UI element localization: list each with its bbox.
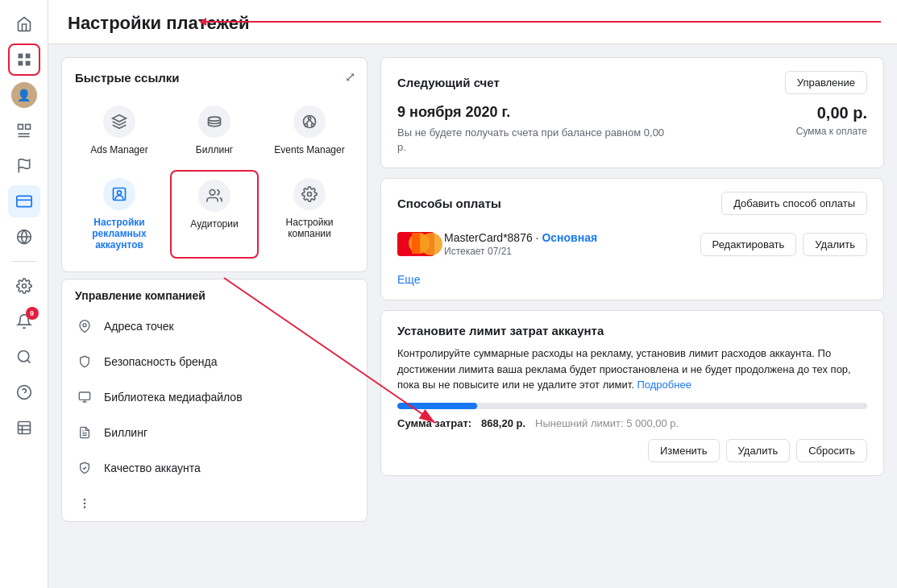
payment-methods-card: Способы оплаты Добавить способ оплаты Ma… xyxy=(380,178,884,300)
company-settings-icon xyxy=(293,178,326,210)
next-bill-card: Следующий счет Управление 9 ноября 2020 … xyxy=(380,57,884,168)
sidebar-icon-gear[interactable] xyxy=(8,270,40,302)
more-link[interactable]: Еще xyxy=(397,273,421,286)
menu-item-locations[interactable]: Адреса точек xyxy=(62,308,367,344)
audiences-label: Аудитории xyxy=(190,218,238,230)
delete-card-button[interactable]: Удалить xyxy=(803,233,867,256)
current-limit: Нынешний лимит: 5 000,00 р. xyxy=(535,417,679,429)
next-bill-date: 9 ноября 2020 г. xyxy=(397,104,671,121)
svg-rect-4 xyxy=(18,125,23,130)
sidebar-icon-bell[interactable]: 9 xyxy=(8,305,40,337)
svg-line-27 xyxy=(306,120,309,124)
svg-point-39 xyxy=(84,503,85,503)
svg-point-40 xyxy=(84,499,85,500)
media-library-label: Библиотека медиафайлов xyxy=(104,391,243,404)
quick-link-ads-manager[interactable]: Ads Manager xyxy=(75,97,164,164)
sidebar-icon-home[interactable] xyxy=(8,8,40,40)
change-limit-button[interactable]: Изменить xyxy=(648,439,720,462)
left-sidebar: 👤 9 xyxy=(0,0,48,588)
payment-info: MasterCard*8876 · Основная Истекает 07/2… xyxy=(444,231,691,257)
arrow-head-left xyxy=(199,18,206,26)
learn-more-link[interactable]: Подробнее xyxy=(637,379,691,391)
manage-button[interactable]: Управление xyxy=(785,71,867,94)
quick-links-title: Быстрые ссылки xyxy=(75,71,354,85)
sidebar-icon-table[interactable] xyxy=(8,412,40,444)
delete-limit-button[interactable]: Удалить xyxy=(726,439,791,462)
sidebar-icon-flag[interactable] xyxy=(8,150,40,182)
quick-link-audiences[interactable]: Аудитории xyxy=(170,170,259,259)
quick-link-events-manager[interactable]: Events Manager xyxy=(265,97,354,164)
page-header: Настройки платежей xyxy=(48,0,897,44)
amount-value: 0,00 р. xyxy=(796,104,867,122)
svg-rect-2 xyxy=(18,61,23,66)
spend-limit-title: Установите лимит затрат аккаунта xyxy=(397,324,867,337)
menu-item-billing-menu[interactable]: Биллинг xyxy=(62,415,367,450)
payment-name: MasterCard*8876 · Основная xyxy=(444,231,691,244)
svg-point-31 xyxy=(210,190,215,196)
next-bill-description: Вы не будете получать счета при балансе … xyxy=(397,126,671,155)
ad-account-settings-icon xyxy=(103,178,135,210)
sidebar-icon-payment[interactable] xyxy=(8,185,40,217)
sidebar-icon-globe[interactable] xyxy=(8,221,40,253)
payment-actions: Редактировать Удалить xyxy=(700,233,867,256)
svg-rect-18 xyxy=(18,422,30,434)
manage-company-section: Управление компанией Адреса точек Безопа… xyxy=(61,279,368,522)
next-bill-section-title: Следующий счет xyxy=(397,76,500,89)
mastercard-icon xyxy=(397,232,434,256)
sidebar-icon-search[interactable] xyxy=(8,341,40,373)
add-payment-button[interactable]: Добавить способ оплаты xyxy=(721,192,867,215)
events-manager-icon xyxy=(293,106,326,138)
svg-point-41 xyxy=(84,507,85,507)
billing-menu-label: Биллинг xyxy=(104,426,147,439)
next-bill-info: 9 ноября 2020 г. Вы не будете получать с… xyxy=(397,104,671,155)
progress-bar-fill xyxy=(397,403,477,409)
reset-limit-button[interactable]: Сбросить xyxy=(796,439,867,462)
menu-item-account-quality[interactable]: Качество аккаунта xyxy=(62,450,367,486)
svg-rect-5 xyxy=(25,125,30,130)
svg-rect-3 xyxy=(25,61,30,66)
expand-icon[interactable]: ⤢ xyxy=(345,69,355,85)
payment-expiry: Истекает 07/21 xyxy=(444,246,691,257)
media-library-icon xyxy=(75,387,94,407)
sidebar-divider xyxy=(11,261,37,262)
quick-link-company-settings[interactable]: Настройки компании xyxy=(265,170,354,259)
card-primary-label: Основная xyxy=(542,231,597,244)
sidebar-icon-avatar[interactable]: 👤 xyxy=(8,79,40,111)
menu-item-more[interactable] xyxy=(62,486,367,521)
edit-card-button[interactable]: Редактировать xyxy=(700,233,797,256)
svg-point-32 xyxy=(308,193,312,197)
locations-label: Адреса точек xyxy=(104,320,174,333)
account-quality-label: Качество аккаунта xyxy=(104,462,201,474)
account-quality-icon xyxy=(75,458,94,478)
spend-info-row: Сумма затрат: 868,20 р. Нынешний лимит: … xyxy=(397,417,867,429)
manage-company-title: Управление компанией xyxy=(62,280,367,308)
payment-methods-header: Способы оплаты Добавить способ оплаты xyxy=(397,192,867,215)
sidebar-icon-help[interactable] xyxy=(8,376,40,408)
menu-item-media-library[interactable]: Библиотека медиафайлов xyxy=(62,379,367,415)
svg-point-33 xyxy=(83,324,86,327)
menu-item-brand-safety[interactable]: Безопасность бренда xyxy=(62,344,367,379)
page-title: Настройки платежей xyxy=(68,13,878,43)
progress-bar-container xyxy=(397,403,867,409)
sidebar-icon-grid[interactable] xyxy=(8,43,40,76)
user-avatar: 👤 xyxy=(11,82,37,108)
svg-line-28 xyxy=(309,120,313,124)
ad-account-settings-label: Настройки рекламных аккаунтов xyxy=(80,217,159,251)
company-settings-label: Настройки компании xyxy=(270,217,349,239)
sidebar-icon-catalog[interactable] xyxy=(8,114,40,147)
notification-badge: 9 xyxy=(26,307,39,320)
card-name: MasterCard*8876 xyxy=(444,231,533,244)
quick-link-ad-account-settings[interactable]: Настройки рекламных аккаунтов xyxy=(75,170,164,259)
billing-icon xyxy=(198,106,230,138)
spend-limit-description: Контролируйте суммарные расходы на рекла… xyxy=(397,346,867,393)
svg-line-15 xyxy=(27,360,30,363)
quick-link-billing[interactable]: Биллинг xyxy=(170,97,259,164)
ads-manager-label: Ads Manager xyxy=(90,144,147,155)
payment-methods-title: Способы оплаты xyxy=(397,197,501,210)
next-bill-header: Следующий счет Управление xyxy=(397,71,867,94)
content-area: Быстрые ссылки ⤢ Ads Manager xyxy=(48,44,897,588)
limit-actions: Изменить Удалить Сбросить xyxy=(397,439,867,462)
brand-safety-icon xyxy=(75,352,94,371)
main-content: Настройки платежей Быстрые ссылки ⤢ Ads … xyxy=(48,0,897,588)
spend-limit-card: Установите лимит затрат аккаунта Контрол… xyxy=(380,310,884,476)
